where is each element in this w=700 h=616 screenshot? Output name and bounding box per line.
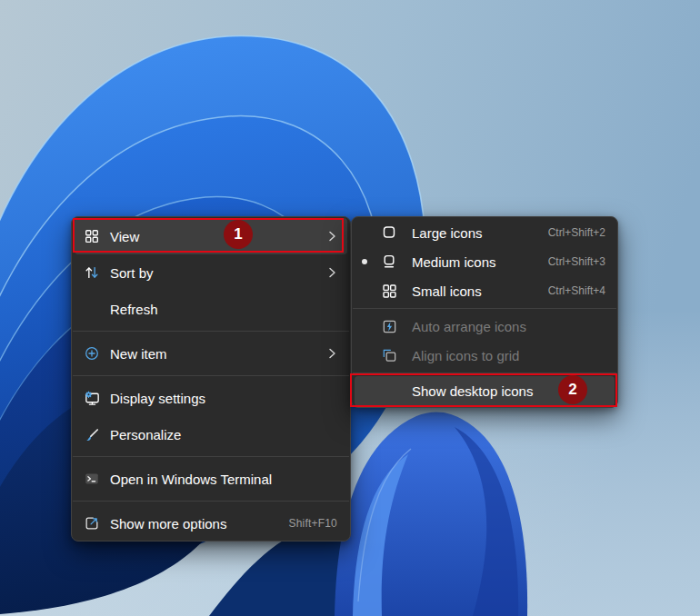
shortcut-label: Ctrl+Shift+4 [548,284,605,297]
menu-separator [73,331,349,332]
menu-item-label: Open in Windows Terminal [110,472,272,487]
menu-item-label: Sort by [110,265,154,281]
menu-item-label: Display settings [110,391,205,406]
small-icons-grid-icon [379,281,399,301]
submenu-item-medium-icons[interactable]: Medium icons Ctrl+Shift+3 [352,247,617,276]
shortcut-label: Ctrl+Shift+3 [548,255,605,268]
auto-arrange-icon [379,316,399,336]
selected-bullet-icon [362,259,367,264]
submenu-item-label: Small icons [412,283,482,299]
align-grid-icon [379,345,399,365]
terminal-icon [83,470,101,488]
expand-arrow-icon [83,514,101,532]
menu-item-label: New item [110,346,167,362]
chevron-right-icon [326,348,337,359]
menu-item-sort-by[interactable]: Sort by [72,254,350,291]
large-icons-icon [379,223,399,243]
annotation-step-1-badge: 1 [224,220,253,249]
submenu-item-label: Large icons [412,225,483,241]
sort-icon [83,263,101,282]
submenu-item-auto-arrange-icons[interactable]: Auto arrange icons [352,312,617,341]
no-icon [83,300,101,318]
menu-item-open-windows-terminal[interactable]: Open in Windows Terminal [72,461,350,497]
menu-item-display-settings[interactable]: Display settings [72,380,350,416]
submenu-item-label: Auto arrange icons [412,319,526,334]
desktop-context-menu: View Sort by Refresh [71,216,351,541]
personalize-brush-icon [83,425,101,443]
menu-separator [73,375,349,376]
menu-item-label: Personalize [110,427,181,442]
menu-item-refresh[interactable]: Refresh [72,291,350,327]
submenu-item-large-icons[interactable]: Large icons Ctrl+Shift+2 [352,218,617,247]
plus-circle-icon [83,344,101,363]
step-number: 2 [568,381,576,399]
annotation-step-2-badge: 2 [558,375,587,404]
menu-item-label: Show more options [110,516,226,532]
shortcut-label: Ctrl+Shift+2 [548,226,605,239]
menu-item-personalize[interactable]: Personalize [72,416,350,452]
menu-item-show-more-options[interactable]: Show more options Shift+F10 [72,505,350,541]
menu-item-label: Refresh [110,302,158,317]
chevron-right-icon [326,267,337,278]
menu-separator [73,501,349,502]
step-number: 1 [234,225,242,243]
annotation-box-step-1 [73,218,344,253]
medium-icons-icon [379,252,399,272]
windows-desktop: View Sort by Refresh [0,0,700,616]
submenu-item-small-icons[interactable]: Small icons Ctrl+Shift+4 [352,276,617,305]
submenu-item-label: Medium icons [412,254,496,270]
menu-separator [353,308,616,309]
menu-item-new-item[interactable]: New item [72,335,350,372]
display-settings-icon [83,389,101,407]
shortcut-label: Shift+F10 [289,517,338,530]
submenu-item-label: Align icons to grid [412,348,519,363]
submenu-item-align-icons-to-grid[interactable]: Align icons to grid [352,341,617,370]
menu-separator [73,456,349,457]
